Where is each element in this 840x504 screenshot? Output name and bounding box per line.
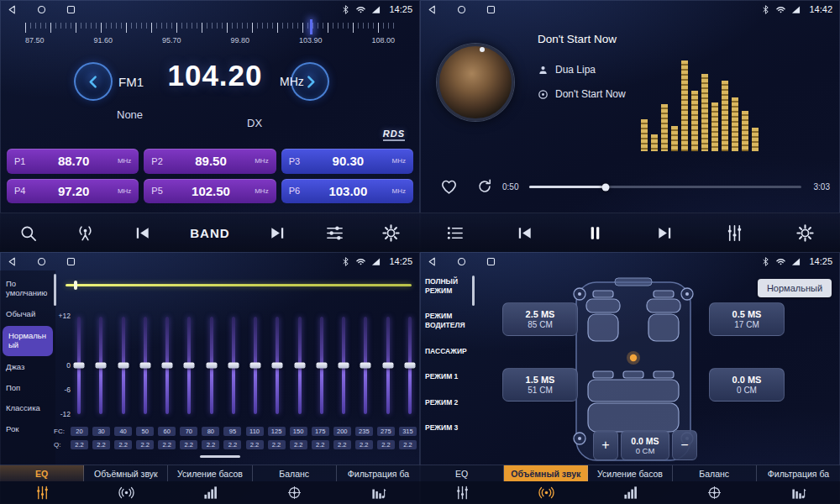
eq-slider-knob[interactable] xyxy=(316,363,327,369)
eq-slider-knob[interactable] xyxy=(228,363,239,369)
home-icon[interactable] xyxy=(37,5,46,14)
settings-gear-icon[interactable] xyxy=(795,223,815,243)
surround-mode-button-2[interactable]: ПАССАЖИР xyxy=(420,344,474,360)
bass-boost-icon[interactable] xyxy=(168,481,252,504)
playlist-icon[interactable] xyxy=(445,223,465,243)
eq-band-slider-175hz[interactable] xyxy=(317,317,327,414)
balance-icon[interactable] xyxy=(672,481,756,504)
eq-slider-knob[interactable] xyxy=(162,363,173,369)
back-icon[interactable] xyxy=(428,257,437,266)
eq-band-slider-95hz[interactable] xyxy=(228,317,239,414)
eq-slider-knob[interactable] xyxy=(184,363,195,369)
preset-button-p6[interactable]: P6 103.00 MHz xyxy=(281,179,413,204)
eq-band-slider-80hz[interactable] xyxy=(207,317,217,414)
previous-track-icon[interactable] xyxy=(133,223,152,243)
tab-bass-boost[interactable]: Усиление басов xyxy=(168,465,252,481)
tab-eq[interactable]: EQ xyxy=(0,465,84,481)
master-level-knob[interactable] xyxy=(74,281,77,290)
home-icon[interactable] xyxy=(37,257,46,266)
radio-scan-icon[interactable] xyxy=(76,223,95,243)
eq-band-slider-315hz[interactable] xyxy=(405,317,415,414)
eq-band-slider-20hz[interactable] xyxy=(74,317,84,414)
master-level-slider[interactable] xyxy=(66,284,412,286)
preset-button-p5[interactable]: P5 102.50 MHz xyxy=(144,179,276,204)
surround-mode-button-0[interactable]: ПОЛНЫЙ РЕЖИМ xyxy=(420,274,474,298)
tune-sliders-icon[interactable] xyxy=(325,223,344,243)
back-icon[interactable] xyxy=(428,5,437,14)
band-button[interactable]: BAND xyxy=(190,226,229,240)
preset-button-p2[interactable]: P2 89.50 MHz xyxy=(144,149,276,174)
eq-slider-knob[interactable] xyxy=(404,363,415,369)
eq-slider-knob[interactable] xyxy=(96,363,107,369)
eq-slider-knob[interactable] xyxy=(139,363,150,369)
sound-profile-button[interactable]: Нормальный xyxy=(758,279,832,297)
home-icon[interactable] xyxy=(457,5,466,14)
tab-balance[interactable]: Баланс xyxy=(253,465,337,481)
seek-bar[interactable] xyxy=(529,186,801,188)
delay-increase-button[interactable]: + xyxy=(593,430,618,460)
tab-surround-sound[interactable]: Объёмный звук xyxy=(504,465,588,481)
tab-eq[interactable]: EQ xyxy=(420,465,504,481)
eq-preset-item-6[interactable]: Рок xyxy=(0,419,55,440)
eq-slider-knob[interactable] xyxy=(206,363,217,369)
previous-track-icon[interactable] xyxy=(515,223,534,243)
surround-mode-button-5[interactable]: РЕЖИМ 3 xyxy=(420,420,474,436)
delay-rear-left-button[interactable]: 1.5 MS 51 CM xyxy=(502,368,578,402)
surround-mode-button-3[interactable]: РЕЖИМ 1 xyxy=(420,369,474,385)
frequency-scale[interactable]: 87.5091.6095.7099.80103.90108.00 xyxy=(25,23,395,51)
pause-icon[interactable] xyxy=(585,223,605,243)
search-icon[interactable] xyxy=(18,223,38,243)
repeat-icon[interactable] xyxy=(475,177,494,196)
eq-slider-knob[interactable] xyxy=(118,363,129,369)
next-track-icon[interactable] xyxy=(655,223,675,243)
eq-band-slider-275hz[interactable] xyxy=(383,317,393,414)
eq-slider-knob[interactable] xyxy=(294,363,305,369)
preset-button-p1[interactable]: P1 88.70 MHz xyxy=(7,149,139,174)
surround-mode-button-4[interactable]: РЕЖИМ 2 xyxy=(420,395,474,411)
eq-band-slider-200hz[interactable] xyxy=(339,317,349,414)
eq-slider-knob[interactable] xyxy=(382,363,393,369)
back-icon[interactable] xyxy=(8,257,17,266)
delay-front-right-button[interactable]: 0.5 MS 17 CM xyxy=(709,302,785,336)
delay-rear-right-button[interactable]: 0.0 MS 0 CM xyxy=(709,368,785,402)
recents-icon[interactable] xyxy=(486,5,496,14)
sidebar-scrollbar[interactable] xyxy=(472,276,475,306)
eq-preset-item-0[interactable]: По умолчанию xyxy=(0,274,55,304)
next-track-icon[interactable] xyxy=(268,223,287,243)
eq-band-slider-40hz[interactable] xyxy=(118,317,129,414)
recents-icon[interactable] xyxy=(66,257,76,266)
surround-mode-button-1[interactable]: РЕЖИМ ВОДИТЕЛЯ xyxy=(420,308,474,333)
eq-preset-item-5[interactable]: Классика xyxy=(0,398,55,419)
eq-slider-knob[interactable] xyxy=(339,363,349,369)
eq-band-slider-150hz[interactable] xyxy=(295,317,305,414)
settings-gear-icon[interactable] xyxy=(381,223,401,243)
seek-bar-knob[interactable] xyxy=(601,183,609,191)
eq-band-slider-30hz[interactable] xyxy=(96,317,106,414)
surround-sound-icon[interactable] xyxy=(84,481,168,504)
favorite-icon[interactable] xyxy=(438,176,459,197)
eq-sliders-icon[interactable] xyxy=(420,481,504,504)
eq-preset-item-1[interactable]: Обычай xyxy=(0,304,55,325)
balance-icon[interactable] xyxy=(252,481,336,504)
recents-icon[interactable] xyxy=(486,257,496,266)
eq-preset-item-4[interactable]: Поп xyxy=(0,378,55,399)
eq-slider-knob[interactable] xyxy=(360,363,371,369)
tab-bass-boost[interactable]: Усиление басов xyxy=(588,465,672,481)
bass-filter-icon[interactable] xyxy=(336,481,420,504)
eq-band-slider-235hz[interactable] xyxy=(360,317,370,414)
eq-band-slider-70hz[interactable] xyxy=(184,317,194,414)
tab-surround-sound[interactable]: Объёмный звук xyxy=(84,465,168,481)
bass-boost-icon[interactable] xyxy=(588,481,672,504)
eq-band-slider-60hz[interactable] xyxy=(162,317,172,414)
preset-button-p3[interactable]: P3 90.30 MHz xyxy=(281,149,413,174)
eq-band-slider-110hz[interactable] xyxy=(250,317,260,414)
eq-mixer-icon[interactable] xyxy=(725,223,744,243)
surround-sound-icon[interactable] xyxy=(504,481,588,504)
tune-down-button[interactable] xyxy=(74,62,113,101)
eq-slider-knob[interactable] xyxy=(272,363,283,369)
eq-preset-item-2[interactable]: Нормальный xyxy=(3,326,53,356)
horizontal-scrollbar[interactable] xyxy=(200,455,240,458)
home-icon[interactable] xyxy=(457,257,466,266)
eq-band-slider-125hz[interactable] xyxy=(272,317,282,414)
sidebar-scrollbar[interactable] xyxy=(54,274,56,306)
